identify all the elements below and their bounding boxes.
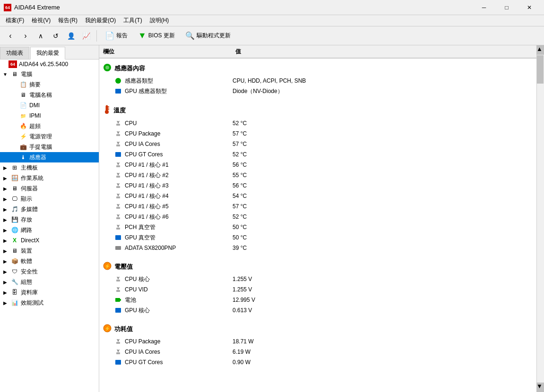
tree-item-motherboard[interactable]: ▶ ⊞ 主機板 [0, 162, 99, 173]
cpu-gt-cores-power-value: 0.90 W [233, 359, 540, 366]
tree-item-pcname[interactable]: 🖥 電腦名稱 [0, 90, 99, 100]
tree-label-aida64: AIDA64 v6.25.5400 [19, 61, 68, 68]
maximize-button[interactable]: □ [496, 0, 518, 15]
cpu-temp-label: CPU [125, 120, 137, 127]
battery-voltage-label: 電池 [125, 296, 136, 304]
svg-rect-7 [108, 108, 109, 109]
multimedia-icon: 🎵 [10, 205, 19, 213]
refresh-button[interactable]: ↺ [49, 29, 62, 43]
tree-label-devices: 裝置 [21, 247, 32, 255]
scrollbar-track[interactable]: ▲ ▼ [536, 45, 544, 392]
svg-rect-32 [116, 352, 120, 354]
power-section-icon: ⚡ [103, 324, 112, 334]
menu-view[interactable]: 檢視(V) [28, 15, 54, 26]
pch-temp-value: 50 °C [233, 224, 540, 230]
tree-label-summary: 摘要 [29, 81, 41, 89]
tree-item-devices[interactable]: ▶ 🖥 裝置 [0, 246, 99, 256]
data-area[interactable]: 感應器內容 感應器類型 CPU, HDD, ACPI, PCH, SNB GPU… [99, 59, 544, 392]
gpu-sensor-type-icon [114, 87, 122, 95]
bios-update-button[interactable]: ▼ BIOS 更新 [134, 29, 179, 43]
report-label: 報告 [116, 32, 128, 40]
tree-item-dmi[interactable]: 📄 DMI [0, 100, 99, 111]
cpu-core2-temp-icon [114, 171, 122, 179]
close-button[interactable]: ✕ [518, 0, 540, 15]
tree-item-multimedia[interactable]: ▶ 🎵 多媒體 [0, 204, 99, 214]
tree-item-network[interactable]: ▶ 🌐 網路 [0, 225, 99, 235]
cpu-core5-temp-label: CPU #1 / 核心 #5 [125, 203, 169, 211]
chart-button[interactable]: 📈 [79, 29, 93, 43]
tree-item-computer[interactable]: ▼ 🖥 電腦 [0, 69, 99, 79]
section-title-power: 功耗值 [114, 325, 133, 333]
user-button[interactable]: 👤 [64, 29, 78, 43]
svg-rect-19 [116, 228, 120, 230]
tree-label-storage: 存放 [21, 216, 32, 224]
cpu-gt-cores-temp-value: 52 °C [233, 151, 540, 158]
adata-temp-label: ADATA SX8200PNP [125, 245, 176, 251]
tree-item-ipmi[interactable]: 📁 IPMI [0, 111, 99, 121]
tree-label-pcname: 電腦名稱 [29, 91, 52, 99]
report-button[interactable]: 📄 報告 [101, 29, 132, 42]
gpu-core-voltage-icon [114, 307, 122, 314]
tree-item-portable[interactable]: 💼 手提電腦 [0, 142, 99, 152]
cpu-gt-cores-power-label: CPU GT Cores [125, 359, 163, 366]
adata-temp-value: 39 °C [233, 245, 540, 251]
driver-update-button[interactable]: 🔍 驅動程式更新 [181, 29, 235, 42]
tree-container[interactable]: 64 AIDA64 v6.25.5400 ▼ 🖥 電腦 📋 摘要 🖥 電 [0, 60, 99, 392]
cpu-core4-temp-value: 54 °C [233, 193, 540, 199]
menu-tools[interactable]: 工具(T) [120, 15, 146, 26]
tree-item-sensor[interactable]: 🌡 感應器 [0, 152, 99, 162]
nav-up-button[interactable]: ∧ [34, 29, 47, 43]
cpu-ia-cores-temp-label: CPU IA Cores [125, 141, 160, 147]
row-gpu-sensor-type: GPU 感應器類型 Diode（NV-Diode） [99, 86, 544, 96]
nav-forward-button[interactable]: › [19, 29, 32, 43]
cpu-package-temp-value: 57 °C [233, 130, 540, 137]
portable-icon: 💼 [19, 143, 27, 151]
tree-item-database[interactable]: ▶ 🗄 資料庫 [0, 287, 99, 298]
tree-item-config[interactable]: ▶ 🔧 組態 [0, 277, 99, 287]
tree-item-benchmark[interactable]: ▶ 📊 效能測試 [0, 298, 99, 308]
menu-report[interactable]: 報告(R) [54, 15, 81, 26]
spacer-3 [99, 315, 544, 319]
tree-item-software[interactable]: ▶ 📦 軟體 [0, 256, 99, 266]
cpu-core2-temp-label: CPU #1 / 核心 #2 [125, 171, 169, 179]
tree-item-storage[interactable]: ▶ 💾 存放 [0, 214, 99, 225]
power-mgmt-icon: ⚡ [19, 132, 27, 141]
spacer-1 [99, 96, 544, 100]
tree-item-overclock[interactable]: 🔥 超頻 [0, 121, 99, 131]
svg-rect-24 [116, 280, 120, 281]
tab-favorites[interactable]: 我的最愛 [30, 47, 65, 60]
title-bar: 64 AIDA64 Extreme ─ □ ✕ [0, 0, 544, 15]
menu-favorites[interactable]: 我的最愛(O) [81, 15, 120, 26]
tab-functions[interactable]: 功能表 [0, 47, 29, 59]
minimize-button[interactable]: ─ [473, 0, 495, 15]
svg-rect-26 [115, 298, 120, 302]
tree-item-aida64[interactable]: 64 AIDA64 v6.25.5400 [0, 60, 99, 69]
tree-item-security[interactable]: ▶ 🛡 安全性 [0, 266, 99, 277]
col-header-value: 值 [232, 48, 544, 56]
svg-rect-21 [115, 246, 121, 250]
tree-label-multimedia: 多媒體 [21, 205, 38, 213]
tree-item-display[interactable]: ▶ 🖵 顯示 [0, 194, 99, 204]
tree-item-power-mgmt[interactable]: ⚡ 電源管理 [0, 131, 99, 142]
main-container: 功能表 我的最愛 64 AIDA64 v6.25.5400 ▼ 🖥 電腦 📋 [0, 45, 544, 392]
tree-item-summary[interactable]: 📋 摘要 [0, 79, 99, 90]
display-icon: 🖵 [10, 195, 19, 203]
nav-back-button[interactable]: ‹ [4, 29, 17, 43]
battery-voltage-icon [114, 296, 122, 304]
cpu-ia-cores-power-label: CPU IA Cores [125, 349, 160, 355]
tree-item-server[interactable]: ▶ 🖥 伺服器 [0, 183, 99, 194]
menu-help[interactable]: 說明(H) [146, 15, 173, 26]
scrollbar-thumb[interactable] [537, 55, 544, 84]
tree-item-os[interactable]: ▶ 🪟 作業系統 [0, 173, 99, 183]
scrollbar-down-button[interactable]: ▼ [536, 383, 544, 392]
row-pch-temp: PCH 真空管 50 °C [99, 222, 544, 232]
section-voltage: ⚡ 電壓值 [99, 259, 544, 274]
toolbar-separator [96, 30, 97, 42]
cpu-package-temp-icon [114, 130, 122, 137]
row-cpu-package-power: CPU Package 18.71 W [99, 336, 544, 347]
scrollbar-up-button[interactable]: ▲ [536, 45, 544, 55]
tree-item-directx[interactable]: ▶ X DirectX [0, 235, 99, 246]
row-cpu-core4-temp: CPU #1 / 核心 #4 54 °C [99, 191, 544, 201]
menu-file[interactable]: 檔案(F) [2, 15, 28, 26]
gpu-temp-value: 50 °C [233, 234, 540, 241]
